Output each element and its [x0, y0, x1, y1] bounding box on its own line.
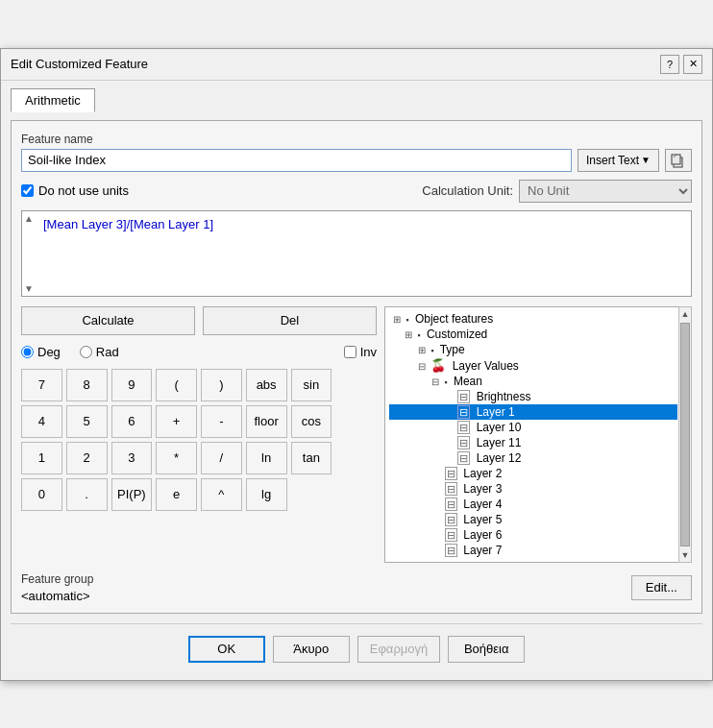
- edit-feature-group-button[interactable]: Edit...: [631, 575, 692, 600]
- key-ln[interactable]: ln: [246, 442, 287, 474]
- scroll-thumb[interactable]: [680, 323, 690, 546]
- key-power[interactable]: ^: [201, 478, 242, 511]
- key-9[interactable]: 9: [111, 369, 153, 401]
- feature-name-field: Feature name Insert Text ▼: [21, 133, 692, 172]
- key-abs[interactable]: abs: [246, 369, 287, 401]
- key-4[interactable]: 4: [21, 405, 62, 438]
- inv-checkbox[interactable]: [344, 346, 356, 358]
- tree-item-layer-values[interactable]: ⊟ 🍒 Layer Values: [389, 357, 677, 374]
- scroll-up-btn[interactable]: ▲: [679, 307, 692, 321]
- inv-checkbox-label[interactable]: Inv: [344, 345, 377, 359]
- scroll-down-btn[interactable]: ▼: [679, 548, 692, 562]
- unit-select[interactable]: No Unit m cm km ft: [519, 180, 692, 203]
- do-not-use-units-checkbox[interactable]: [21, 184, 34, 197]
- tree-item-label: Type: [440, 343, 465, 356]
- do-not-use-units-label[interactable]: Do not use units: [21, 183, 129, 198]
- tree-item-layer-10[interactable]: ⊟ ⊟ Layer 10: [389, 420, 677, 435]
- layer-icon: ⊟: [457, 436, 470, 449]
- checkbox-unit-row: Do not use units Calculation Unit: No Un…: [21, 180, 692, 203]
- deg-radio[interactable]: [21, 346, 34, 358]
- tree-expand-icon: ⊟: [445, 438, 453, 449]
- key-1[interactable]: 1: [21, 442, 62, 474]
- key-divide[interactable]: /: [201, 442, 242, 474]
- key-cos[interactable]: cos: [291, 405, 332, 438]
- tree-item-layer-12[interactable]: ⊟ ⊟ Layer 12: [389, 450, 677, 466]
- tree-item-customized[interactable]: ⊞ ▪ Customized: [389, 327, 677, 342]
- deg-radio-label[interactable]: Deg: [21, 345, 61, 359]
- layer-icon: ⊟: [457, 390, 470, 403]
- close-title-btn[interactable]: ✕: [683, 55, 702, 74]
- key-open-paren[interactable]: (: [156, 369, 197, 401]
- keypad: 7 8 9 ( ) abs sin 4 5 6 + -: [21, 369, 377, 511]
- key-floor[interactable]: floor: [246, 405, 287, 438]
- tree-item-label: Brightness: [477, 390, 531, 403]
- apply-button[interactable]: Εφαρμογή: [357, 636, 440, 663]
- title-bar: Edit Customized Feature ? ✕: [1, 49, 712, 81]
- key-8[interactable]: 8: [66, 369, 108, 401]
- tree-expand-icon: ⊟: [418, 361, 426, 372]
- tree-item-label: Layer 4: [463, 497, 502, 511]
- tree-bullet-icon: ▪: [430, 346, 433, 355]
- formula-text[interactable]: [Mean Layer 3]/[Mean Layer 1]: [26, 215, 687, 231]
- footer-buttons: OK Άκυρο Εφαρμογή Βοήθεια: [11, 623, 702, 670]
- tree-expand-icon: ⊟: [445, 423, 453, 433]
- layer-icon: ⊟: [445, 513, 457, 526]
- formula-scroll-down[interactable]: ▼: [24, 283, 34, 294]
- feature-name-input[interactable]: [21, 149, 572, 172]
- help-footer-button[interactable]: Βοήθεια: [448, 636, 525, 663]
- tree-bullet-icon: ▪: [417, 330, 420, 340]
- tab-bar: Arithmetic: [11, 88, 702, 112]
- feature-name-row: Insert Text ▼: [21, 149, 692, 172]
- tree-item-brightness[interactable]: ⊟ ⊟ Brightness: [389, 389, 677, 404]
- cancel-button[interactable]: Άκυρο: [273, 636, 350, 663]
- key-7[interactable]: 7: [21, 369, 62, 401]
- key-lg[interactable]: lg: [246, 478, 287, 511]
- tree-item-layer-6[interactable]: ⊟ Layer 6: [389, 527, 677, 543]
- key-0[interactable]: 0: [21, 478, 62, 511]
- ok-button[interactable]: OK: [188, 636, 265, 663]
- insert-text-button[interactable]: Insert Text ▼: [578, 149, 659, 172]
- svg-rect-1: [672, 155, 680, 164]
- key-multiply[interactable]: *: [156, 442, 197, 474]
- formula-scroll-up[interactable]: ▲: [24, 213, 34, 224]
- key-plus[interactable]: +: [156, 405, 197, 438]
- del-button[interactable]: Del: [203, 306, 377, 335]
- key-2[interactable]: 2: [66, 442, 108, 474]
- key-6[interactable]: 6: [111, 405, 153, 438]
- help-title-btn[interactable]: ?: [660, 55, 679, 74]
- tree-item-label: Mean: [454, 375, 482, 388]
- deg-rad-row: Deg Rad Inv: [21, 345, 377, 359]
- tree-bullet-icon: ▪: [406, 315, 408, 325]
- key-pi[interactable]: PI(P): [111, 478, 153, 511]
- tree-item-layer-11[interactable]: ⊟ ⊟ Layer 11: [389, 435, 677, 450]
- tree-panel[interactable]: ⊞ ▪ Object features ⊞ ▪ Customized ⊞: [384, 306, 692, 563]
- rad-radio-label[interactable]: Rad: [80, 345, 119, 359]
- tree-item-mean[interactable]: ⊟ ▪ Mean: [389, 374, 677, 389]
- key-3[interactable]: 3: [111, 442, 153, 474]
- key-dot[interactable]: .: [66, 478, 108, 511]
- dialog-title: Edit Customized Feature: [11, 57, 148, 71]
- tree-item-label: Layer 5: [463, 513, 502, 526]
- key-e[interactable]: e: [156, 478, 197, 511]
- tree-item-layer-5[interactable]: ⊟ Layer 5: [389, 512, 677, 527]
- rad-radio[interactable]: [80, 346, 92, 358]
- tree-item-layer-7[interactable]: ⊟ Layer 7: [389, 543, 677, 558]
- tree-expand-icon: ⊟: [445, 392, 453, 402]
- tree-scrollbar[interactable]: ▲ ▼: [678, 306, 692, 563]
- tree-item-type[interactable]: ⊞ ▪ Type: [389, 342, 677, 357]
- tree-item-layer-1[interactable]: ⊟ ⊟ Layer 1: [389, 404, 677, 420]
- tab-arithmetic[interactable]: Arithmetic: [11, 88, 95, 112]
- key-tan[interactable]: tan: [291, 442, 332, 474]
- key-close-paren[interactable]: ): [201, 369, 242, 401]
- tree-item-layer-2[interactable]: ⊟ Layer 2: [389, 466, 677, 481]
- calculator: Calculate Del Deg Rad: [21, 306, 377, 563]
- tree-item-label: Layer 12: [477, 451, 522, 465]
- key-5[interactable]: 5: [66, 405, 108, 438]
- key-minus[interactable]: -: [201, 405, 242, 438]
- tree-item-layer-4[interactable]: ⊟ Layer 4: [389, 497, 677, 512]
- tree-item-object-features[interactable]: ⊞ ▪ Object features: [389, 311, 677, 327]
- tree-item-layer-3[interactable]: ⊟ Layer 3: [389, 481, 677, 497]
- calculate-button[interactable]: Calculate: [21, 306, 195, 335]
- copy-icon-button[interactable]: [665, 149, 692, 172]
- key-sin[interactable]: sin: [291, 369, 332, 401]
